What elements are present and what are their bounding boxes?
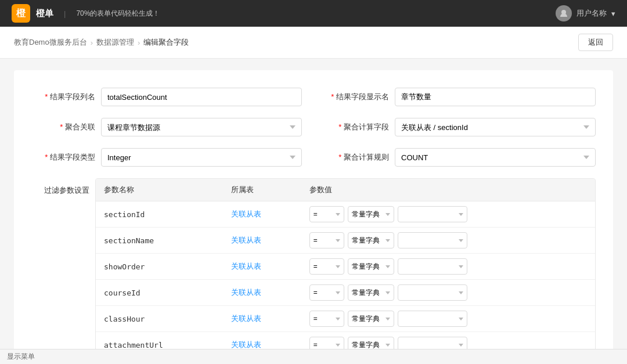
table-row: classHour关联从表=!=><>=<=常量字典动态字段 bbox=[96, 306, 595, 332]
breadcrumb-bar: 教育Demo微服务后台 › 数据源管理 › 编辑聚合字段 返回 bbox=[0, 27, 627, 59]
table-row: sectionId关联从表=!=><>=<=常量字典动态字段 bbox=[96, 201, 595, 228]
operator-select[interactable]: =!=><>=<= bbox=[309, 258, 344, 275]
value-cell: =!=><>=<=常量字典动态字段 bbox=[301, 254, 595, 280]
header-slogan: 70%的表单代码轻松生成！ bbox=[76, 9, 160, 19]
value-select[interactable] bbox=[398, 311, 467, 327]
main-content: 结果字段列名 结果字段显示名 聚合关联 课程章节数据源 聚合计算字段 关联从表 … bbox=[0, 59, 627, 364]
param-name-cell: showOrder bbox=[96, 254, 223, 280]
header-left: 橙 橙单 | 70%的表单代码轻松生成！ bbox=[12, 4, 160, 23]
table-row: courseId关联从表=!=><>=<=常量字典动态字段 bbox=[96, 280, 595, 306]
breadcrumb-item-2[interactable]: 数据源管理 bbox=[96, 37, 134, 48]
operator-select[interactable]: =!=><>=<= bbox=[309, 232, 344, 248]
field-type-label: 结果字段类型 bbox=[31, 152, 95, 163]
form-row-1: 结果字段列名 结果字段显示名 bbox=[31, 88, 596, 106]
field-display-input[interactable] bbox=[395, 88, 596, 106]
value-select[interactable] bbox=[398, 206, 467, 222]
user-avatar bbox=[556, 5, 572, 21]
field-display-label: 结果字段显示名 bbox=[325, 92, 389, 102]
table-link[interactable]: 关联从表 bbox=[231, 210, 261, 218]
param-name-cell: sectionId bbox=[96, 201, 223, 228]
app-logo: 橙 bbox=[12, 4, 30, 23]
value-cell: =!=><>=<=常量字典动态字段 bbox=[301, 306, 595, 332]
table-row: sectionName关联从表=!=><>=<=常量字典动态字段 bbox=[96, 228, 595, 254]
field-name-input[interactable] bbox=[101, 88, 302, 106]
form-item-field-type: 结果字段类型 Integer bbox=[31, 148, 302, 167]
table-link[interactable]: 关联从表 bbox=[231, 314, 261, 323]
table-link[interactable]: 关联从表 bbox=[231, 340, 261, 349]
filter-table-body: sectionId关联从表=!=><>=<=常量字典动态字段sectionNam… bbox=[96, 201, 595, 365]
user-name: 用户名称 bbox=[576, 8, 607, 19]
field-name-label: 结果字段列名 bbox=[31, 92, 95, 102]
table-row: showOrder关联从表=!=><>=<=常量字典动态字段 bbox=[96, 254, 595, 280]
form-item-agg-rule: 聚合计算规则 COUNT bbox=[325, 148, 596, 167]
table-cell: 关联从表 bbox=[223, 306, 301, 332]
operator-select[interactable]: =!=><>=<= bbox=[309, 206, 344, 222]
table-link[interactable]: 关联从表 bbox=[231, 236, 261, 244]
bottom-bar-label: 显示菜单 bbox=[7, 352, 35, 361]
agg-rule-select[interactable]: COUNT bbox=[395, 148, 596, 167]
table-cell: 关联从表 bbox=[223, 280, 301, 306]
param-name-cell: sectionName bbox=[96, 228, 223, 254]
value-type-select[interactable]: 常量字典动态字段 bbox=[348, 311, 394, 327]
col-param-value: 参数值 bbox=[301, 179, 595, 201]
form-card: 结果字段列名 结果字段显示名 聚合关联 课程章节数据源 聚合计算字段 关联从表 … bbox=[14, 70, 613, 364]
filter-table-header-row: 参数名称 所属表 参数值 bbox=[96, 179, 595, 201]
value-select[interactable] bbox=[398, 232, 467, 248]
operator-select[interactable]: =!=><>=<= bbox=[309, 311, 344, 327]
table-link[interactable]: 关联从表 bbox=[231, 288, 261, 297]
agg-link-label: 聚合关联 bbox=[31, 122, 95, 132]
breadcrumb-item-1[interactable]: 教育Demo微服务后台 bbox=[14, 37, 87, 48]
value-type-select[interactable]: 常量字典动态字段 bbox=[348, 206, 394, 222]
param-name-cell: courseId bbox=[96, 280, 223, 306]
value-type-select[interactable]: 常量字典动态字段 bbox=[348, 258, 394, 275]
operator-select[interactable]: =!=><>=<= bbox=[309, 284, 344, 301]
form-item-agg-link: 聚合关联 课程章节数据源 bbox=[31, 118, 302, 136]
table-cell: 关联从表 bbox=[223, 228, 301, 254]
header-user[interactable]: 用户名称 ▾ bbox=[556, 5, 615, 21]
filter-table-wrap: 参数名称 所属表 参数值 sectionId关联从表=!=><>=<=常量字典动… bbox=[95, 178, 596, 364]
value-cell: =!=><>=<=常量字典动态字段 bbox=[301, 201, 595, 228]
form-item-field-display: 结果字段显示名 bbox=[325, 88, 596, 106]
filter-label: 过滤参数设置 bbox=[31, 178, 95, 364]
form-item-field-name: 结果字段列名 bbox=[31, 88, 302, 106]
table-cell: 关联从表 bbox=[223, 254, 301, 280]
breadcrumb-item-3: 编辑聚合字段 bbox=[143, 37, 189, 48]
form-row-2: 聚合关联 课程章节数据源 聚合计算字段 关联从表 / sectionId bbox=[31, 118, 596, 136]
filter-section: 过滤参数设置 参数名称 所属表 参数值 sectionId关联从表=!=><>=… bbox=[31, 178, 596, 364]
value-type-select[interactable]: 常量字典动态字段 bbox=[348, 232, 394, 248]
value-type-select[interactable]: 常量字典动态字段 bbox=[348, 284, 394, 301]
value-cell: =!=><>=<=常量字典动态字段 bbox=[301, 280, 595, 306]
form-item-agg-field: 聚合计算字段 关联从表 / sectionId bbox=[325, 118, 596, 136]
col-table-name: 所属表 bbox=[223, 179, 301, 201]
user-dropdown-icon[interactable]: ▾ bbox=[611, 9, 615, 18]
col-param-name: 参数名称 bbox=[96, 179, 223, 201]
value-cell: =!=><>=<=常量字典动态字段 bbox=[301, 228, 595, 254]
filter-table-head: 参数名称 所属表 参数值 bbox=[96, 179, 595, 201]
value-select[interactable] bbox=[398, 258, 467, 275]
breadcrumb: 教育Demo微服务后台 › 数据源管理 › 编辑聚合字段 bbox=[14, 37, 189, 48]
back-button[interactable]: 返回 bbox=[578, 34, 613, 51]
agg-rule-label: 聚合计算规则 bbox=[325, 152, 389, 163]
agg-link-select[interactable]: 课程章节数据源 bbox=[101, 118, 302, 136]
table-link[interactable]: 关联从表 bbox=[231, 262, 261, 271]
agg-field-select[interactable]: 关联从表 / sectionId bbox=[395, 118, 596, 136]
param-name-cell: classHour bbox=[96, 306, 223, 332]
table-cell: 关联从表 bbox=[223, 201, 301, 228]
agg-field-label: 聚合计算字段 bbox=[325, 122, 389, 132]
value-select[interactable] bbox=[398, 284, 467, 301]
bottom-bar: 显示菜单 bbox=[0, 349, 627, 364]
app-header: 橙 橙单 | 70%的表单代码轻松生成！ 用户名称 ▾ bbox=[0, 0, 627, 27]
form-row-3: 结果字段类型 Integer 聚合计算规则 COUNT bbox=[31, 148, 596, 167]
app-name-label: 橙单 bbox=[36, 8, 53, 19]
filter-table: 参数名称 所属表 参数值 sectionId关联从表=!=><>=<=常量字典动… bbox=[96, 179, 595, 364]
field-type-select[interactable]: Integer bbox=[101, 148, 302, 167]
